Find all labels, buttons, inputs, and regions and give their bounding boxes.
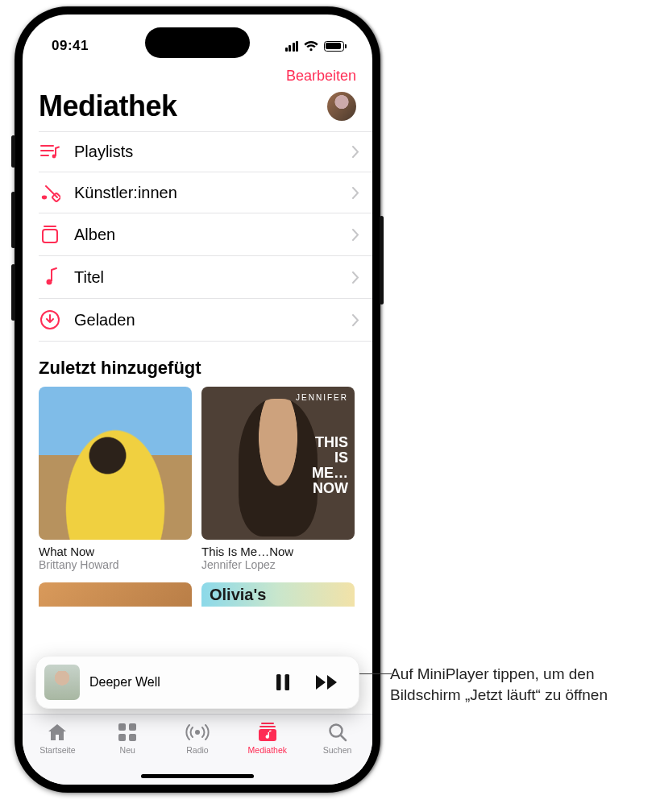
album-card[interactable]: What Now Brittany Howard (39, 387, 192, 571)
artist-icon (39, 183, 61, 202)
recent-albums-row: What Now Brittany Howard JENNIFER THIS I… (23, 387, 372, 571)
svg-rect-6 (276, 674, 281, 690)
tab-label: Neu (120, 745, 135, 755)
album-card-peek[interactable]: Olivia's (201, 582, 355, 607)
library-menu: Playlists Künstler:innen (39, 131, 372, 342)
dynamic-island (145, 27, 250, 58)
album-cover: JENNIFER THIS IS ME… NOW (201, 387, 355, 540)
recent-albums-row-2: Olivia's (23, 571, 372, 607)
svg-rect-3 (43, 230, 57, 242)
svg-point-4 (47, 280, 52, 285)
phone-frame: 09:41 Bearbeiten (15, 6, 380, 793)
power-button (380, 216, 384, 304)
search-icon (328, 721, 347, 744)
svg-point-0 (52, 154, 56, 158)
menu-item-label: Künstler:innen (74, 184, 177, 202)
menu-item-label: Playlists (74, 143, 133, 161)
chevron-right-icon (352, 229, 359, 241)
menu-item-albums[interactable]: Alben (39, 213, 372, 256)
downloaded-icon (39, 309, 61, 330)
svg-rect-7 (285, 674, 290, 690)
page-title: Mediathek (39, 89, 177, 123)
cellular-icon (285, 41, 299, 52)
tab-search[interactable]: Suchen (309, 721, 367, 755)
album-card-peek[interactable] (39, 582, 192, 607)
playlist-icon (39, 143, 61, 161)
menu-item-label: Geladen (74, 311, 135, 329)
album-icon (39, 224, 61, 245)
svg-rect-9 (129, 723, 136, 731)
home-icon (47, 721, 68, 744)
pause-button[interactable] (270, 669, 296, 696)
svg-point-1 (42, 196, 47, 200)
status-icons (285, 41, 347, 52)
callout-text: Auf MiniPlayer tippen, um den Bildschirm… (390, 664, 640, 705)
next-track-button[interactable] (310, 669, 344, 695)
screen: 09:41 Bearbeiten (23, 14, 372, 785)
album-title: What Now (39, 545, 192, 558)
browse-icon (118, 721, 137, 744)
tab-label: Mediathek (248, 745, 287, 755)
menu-item-playlists[interactable]: Playlists (39, 132, 372, 172)
album-artist: Brittany Howard (39, 558, 192, 571)
tab-new[interactable]: Neu (98, 721, 156, 755)
cover-main-text: THIS IS ME… NOW (312, 435, 348, 496)
svg-rect-10 (118, 734, 126, 741)
cover-overline: JENNIFER (296, 393, 348, 402)
album-cover (39, 387, 192, 540)
home-indicator (141, 774, 254, 778)
status-time: 09:41 (52, 38, 89, 54)
peek-label: Olivia's (210, 586, 266, 604)
chevron-right-icon (352, 271, 359, 284)
tab-radio[interactable]: Radio (168, 721, 226, 755)
radio-icon (185, 721, 210, 744)
library-icon (257, 721, 278, 744)
chevron-right-icon (352, 187, 359, 199)
tab-label: Radio (186, 745, 208, 755)
tab-library[interactable]: Mediathek (239, 721, 297, 755)
album-card[interactable]: JENNIFER THIS IS ME… NOW This Is Me…Now … (201, 387, 355, 571)
callout: Auf MiniPlayer tippen, um den Bildschirm… (390, 664, 640, 705)
menu-item-label: Alben (74, 226, 115, 244)
volume-up-button (11, 192, 15, 248)
album-artist: Jennifer Lopez (201, 558, 355, 571)
chevron-right-icon (352, 314, 359, 326)
side-button (11, 135, 15, 168)
song-icon (39, 267, 61, 288)
tab-label: Startseite (39, 745, 75, 755)
tab-label: Suchen (323, 745, 352, 755)
miniplayer-track-title: Deeper Well (89, 675, 255, 690)
menu-item-songs[interactable]: Titel (39, 256, 372, 299)
svg-rect-8 (118, 723, 126, 731)
miniplayer[interactable]: Deeper Well (35, 656, 359, 709)
wifi-icon (304, 41, 318, 52)
battery-icon (324, 41, 347, 52)
menu-item-artists[interactable]: Künstler:innen (39, 172, 372, 213)
menu-item-label: Titel (74, 268, 104, 287)
edit-button[interactable]: Bearbeiten (286, 68, 356, 85)
miniplayer-cover (44, 665, 80, 700)
svg-rect-11 (129, 734, 136, 741)
svg-point-12 (195, 730, 200, 735)
album-title: This Is Me…Now (201, 545, 355, 558)
profile-avatar[interactable] (327, 92, 356, 121)
tab-home[interactable]: Startseite (28, 721, 86, 755)
volume-down-button (11, 264, 15, 321)
chevron-right-icon (352, 146, 359, 158)
menu-item-downloaded[interactable]: Geladen (39, 299, 372, 342)
section-heading-recent: Zuletzt hinzugefügt (23, 342, 372, 387)
